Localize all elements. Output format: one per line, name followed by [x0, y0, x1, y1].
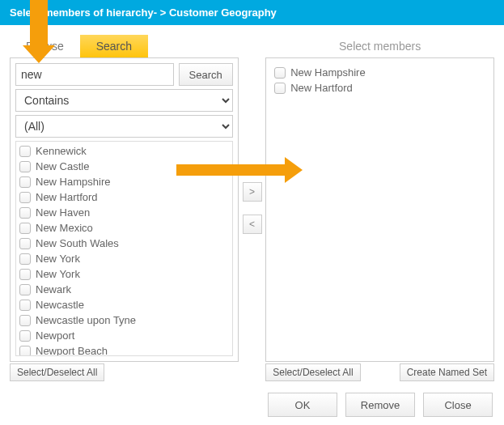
- checkbox-icon[interactable]: [274, 83, 286, 94]
- checkbox-icon[interactable]: [19, 315, 31, 326]
- dialog-footer: OK Remove Close: [10, 393, 494, 417]
- list-item[interactable]: Newport: [19, 328, 229, 343]
- move-buttons: > <: [239, 35, 265, 381]
- item-label: New Hartford: [36, 191, 98, 203]
- dialog-title: Select members of hierarchy- > Customer …: [10, 6, 277, 19]
- item-label: New Hartford: [290, 82, 353, 94]
- item-label: New York: [36, 268, 80, 280]
- item-label: New Hampshire: [36, 176, 110, 188]
- search-input[interactable]: [15, 63, 174, 86]
- list-item[interactable]: Newark: [19, 282, 229, 297]
- checkbox-icon[interactable]: [19, 300, 31, 311]
- list-item[interactable]: New York: [19, 266, 229, 282]
- tab-browse[interactable]: Browse: [10, 35, 80, 57]
- search-panel: Search Contains (All) Kennewick New Cast…: [10, 57, 239, 362]
- list-item[interactable]: New Castle: [19, 159, 229, 174]
- move-left-button[interactable]: <: [243, 215, 262, 234]
- results-list[interactable]: Kennewick New Castle New Hampshire New H…: [15, 141, 233, 356]
- list-item[interactable]: Kennewick: [19, 143, 229, 159]
- list-item[interactable]: New Hampshire: [19, 174, 229, 189]
- checkbox-icon[interactable]: [19, 238, 31, 249]
- list-item[interactable]: Newcastle: [19, 297, 229, 312]
- scope-select[interactable]: (All): [15, 115, 233, 138]
- list-item[interactable]: Newport Beach: [19, 343, 229, 356]
- selected-members-title: Select members: [265, 35, 494, 57]
- checkbox-icon[interactable]: [19, 207, 31, 219]
- checkbox-icon[interactable]: [19, 192, 31, 203]
- close-button[interactable]: Close: [423, 393, 493, 417]
- checkbox-icon[interactable]: [19, 146, 31, 157]
- item-label: New Hampshire: [290, 66, 365, 79]
- item-label: New Castle: [36, 160, 89, 172]
- remove-button[interactable]: Remove: [345, 393, 415, 417]
- list-item[interactable]: New Hartford: [19, 189, 229, 205]
- select-deselect-all-left[interactable]: Select/Deselect All: [10, 363, 104, 381]
- checkbox-icon[interactable]: [19, 330, 31, 342]
- checkbox-icon[interactable]: [19, 284, 31, 295]
- dialog-body: Browse Search Search Contains (All) Kenn…: [0, 25, 504, 425]
- item-label: Kennewick: [36, 145, 87, 157]
- selected-panel: New Hampshire New Hartford: [265, 57, 494, 362]
- list-item[interactable]: New Hartford: [274, 80, 485, 96]
- checkbox-icon[interactable]: [274, 67, 286, 79]
- item-label: Newport Beach: [36, 345, 108, 356]
- list-item[interactable]: New Haven: [19, 205, 229, 220]
- item-label: Newport: [36, 329, 74, 342]
- item-label: New Haven: [36, 206, 90, 219]
- selected-list[interactable]: New Hampshire New Hartford: [271, 63, 489, 356]
- create-named-set-button[interactable]: Create Named Set: [400, 363, 494, 381]
- list-item[interactable]: New South Wales: [19, 236, 229, 251]
- move-right-button[interactable]: >: [243, 182, 262, 202]
- right-column: Select members New Hampshire New Hartfor…: [265, 35, 494, 381]
- checkbox-icon[interactable]: [19, 269, 31, 280]
- list-item[interactable]: New Hampshire: [274, 65, 485, 80]
- checkbox-icon[interactable]: [19, 161, 31, 172]
- search-button[interactable]: Search: [179, 63, 233, 86]
- checkbox-icon[interactable]: [19, 346, 31, 357]
- tabs: Browse Search: [10, 35, 239, 57]
- item-label: New York: [36, 253, 80, 265]
- ok-button[interactable]: OK: [268, 393, 337, 417]
- item-label: New South Wales: [36, 237, 119, 249]
- checkbox-icon[interactable]: [19, 253, 31, 265]
- item-label: New Mexico: [36, 222, 93, 234]
- item-label: Newark: [36, 283, 71, 295]
- list-item[interactable]: New Mexico: [19, 220, 229, 236]
- select-deselect-all-right[interactable]: Select/Deselect All: [265, 363, 360, 381]
- checkbox-icon[interactable]: [19, 223, 31, 234]
- checkbox-icon[interactable]: [19, 176, 31, 188]
- match-mode-select[interactable]: Contains: [15, 89, 233, 112]
- left-column: Browse Search Search Contains (All) Kenn…: [10, 35, 239, 381]
- list-item[interactable]: Newcastle upon Tyne: [19, 312, 229, 328]
- item-label: Newcastle upon Tyne: [36, 314, 136, 326]
- dialog-header: Select members of hierarchy- > Customer …: [0, 0, 504, 25]
- tab-search[interactable]: Search: [80, 35, 148, 57]
- item-label: Newcastle: [36, 299, 84, 311]
- list-item[interactable]: New York: [19, 251, 229, 266]
